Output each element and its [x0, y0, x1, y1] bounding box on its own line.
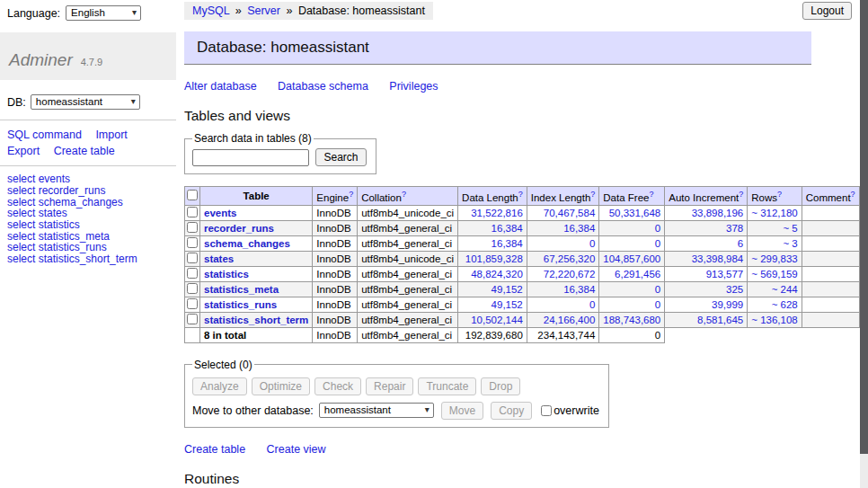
auto-increment-link[interactable]: 39,999 [712, 299, 743, 310]
data-length-link[interactable]: 101,859,328 [465, 253, 523, 264]
create-view-link[interactable]: Create view [267, 443, 326, 456]
optimize-button[interactable]: Optimize [252, 377, 310, 395]
scrollbar-thumb[interactable] [860, 0, 868, 454]
data-length-link[interactable]: 10,502,144 [471, 315, 523, 325]
row-checkbox[interactable] [187, 237, 198, 248]
import-link[interactable]: Import [95, 129, 127, 141]
rows-link[interactable]: ~ 628 [772, 299, 798, 310]
table-name-link[interactable]: schema_changes [204, 238, 290, 249]
move-label: Move to other database: [192, 404, 314, 417]
data-length-link[interactable]: 16,384 [492, 223, 523, 234]
breadcrumb-mysql-link[interactable]: MySQL [192, 4, 229, 17]
table-name-link[interactable]: statistics_runs [204, 299, 277, 310]
hint-link[interactable]: ? [739, 190, 743, 199]
row-checkbox[interactable] [187, 268, 198, 279]
row-checkbox[interactable] [187, 283, 198, 294]
database-schema-link[interactable]: Database schema [278, 80, 368, 93]
auto-increment-link[interactable]: 33,398,984 [692, 253, 744, 264]
data-free-link[interactable]: 0 [655, 238, 660, 249]
hint-link[interactable]: ? [590, 190, 595, 199]
page-title: Database: homeassistant [184, 31, 811, 65]
rows-link[interactable]: ~ 569,159 [751, 269, 797, 279]
table-name-link[interactable]: statistics_short_term [204, 315, 308, 325]
language-select[interactable]: English ▾ [66, 5, 141, 21]
search-input[interactable] [192, 149, 309, 166]
breadcrumb-server-link[interactable]: Server [247, 4, 280, 17]
sidebar-table-select-link[interactable]: select statistics_short_term [7, 253, 169, 265]
alter-database-link[interactable]: Alter database [184, 80, 257, 93]
copy-button[interactable]: Copy [491, 402, 532, 420]
auto-increment-link[interactable]: 378 [726, 223, 743, 234]
analyze-button[interactable]: Analyze [192, 377, 247, 395]
auto-increment-link[interactable]: 8,581,645 [697, 315, 743, 325]
table-name-link[interactable]: states [204, 253, 234, 264]
index-length-link[interactable]: 24,166,400 [544, 315, 596, 325]
row-checkbox[interactable] [187, 298, 198, 309]
data-length-link[interactable]: 48,824,320 [471, 269, 523, 279]
row-checkbox[interactable] [187, 314, 198, 324]
auto-increment-link[interactable]: 913,577 [706, 269, 744, 279]
rows-link[interactable]: ~ 312,180 [751, 208, 797, 218]
data-length-link[interactable]: 49,152 [492, 284, 523, 295]
drop-button[interactable]: Drop [481, 377, 520, 395]
table-name-link[interactable]: statistics [204, 269, 249, 279]
data-length-link[interactable]: 49,152 [492, 299, 523, 310]
hint-link[interactable]: ? [349, 190, 353, 199]
sidebar-table-select-link[interactable]: select statistics [7, 219, 169, 231]
rows-link[interactable]: ~ 3 [783, 238, 797, 249]
row-checkbox[interactable] [187, 253, 198, 263]
hint-link[interactable]: ? [518, 190, 523, 199]
export-link[interactable]: Export [7, 145, 40, 157]
data-free-link[interactable]: 0 [655, 223, 660, 234]
check-button[interactable]: Check [314, 377, 361, 395]
data-free-link[interactable]: 104,857,600 [603, 253, 660, 264]
truncate-button[interactable]: Truncate [418, 377, 476, 395]
hint-link[interactable]: ? [402, 190, 406, 199]
auto-increment-link[interactable]: 6 [738, 238, 743, 249]
hint-link[interactable]: ? [649, 190, 653, 199]
rows-link[interactable]: ~ 244 [772, 284, 798, 295]
sql-command-link[interactable]: SQL command [7, 129, 82, 141]
index-length-link[interactable]: 16,384 [563, 223, 595, 234]
row-checkbox[interactable] [187, 207, 198, 217]
index-length-link[interactable]: 0 [589, 299, 595, 310]
index-length-link[interactable]: 0 [589, 238, 595, 249]
index-length-link[interactable]: 67,256,320 [544, 253, 596, 264]
create-table-link[interactable]: Create table [54, 145, 115, 157]
index-length-link[interactable]: 16,384 [563, 284, 595, 295]
repair-button[interactable]: Repair [366, 377, 413, 395]
table-name-link[interactable]: recorder_runs [204, 223, 274, 234]
collation-cell: utf8mb4_unicode_ci [358, 251, 458, 266]
hint-link[interactable]: ? [777, 190, 782, 199]
data-length-link[interactable]: 16,384 [492, 238, 523, 249]
logout-button[interactable]: Logout [802, 2, 852, 20]
table-name-link[interactable]: events [204, 208, 236, 218]
index-length-link[interactable]: 70,467,584 [544, 208, 596, 218]
data-free-link[interactable]: 0 [655, 284, 660, 295]
move-button[interactable]: Move [441, 402, 483, 420]
select-all-checkbox[interactable] [187, 190, 198, 200]
rows-link[interactable]: ~ 5 [783, 223, 797, 234]
sidebar-table-select-link[interactable]: select recorder_runs [7, 185, 169, 197]
rows-link[interactable]: ~ 136,108 [751, 315, 797, 325]
table-name-link[interactable]: statistics_meta [204, 284, 279, 295]
auto-increment-link[interactable]: 33,898,196 [692, 208, 744, 218]
data-free-link[interactable]: 0 [655, 299, 660, 310]
data-free-link[interactable]: 6,291,456 [615, 269, 660, 279]
search-button[interactable]: Search [315, 148, 366, 166]
data-free-link[interactable]: 50,331,648 [609, 208, 661, 218]
index-length-link[interactable]: 72,220,672 [544, 269, 596, 279]
engine-cell: InnoDB [313, 251, 358, 266]
rows-link[interactable]: ~ 299,833 [751, 253, 797, 264]
data-free-link[interactable]: 188,743,680 [603, 315, 660, 325]
overwrite-checkbox[interactable] [541, 405, 552, 416]
auto-increment-link[interactable]: 325 [726, 284, 743, 295]
data-length-link[interactable]: 31,522,816 [471, 208, 523, 218]
privileges-link[interactable]: Privileges [389, 80, 438, 93]
vertical-scrollbar[interactable] [860, 0, 868, 488]
db-select[interactable]: homeassistant ▾ [31, 94, 140, 110]
move-database-select[interactable]: homeassistant ▾ [319, 403, 434, 418]
hint-link[interactable]: ? [851, 190, 855, 199]
row-checkbox[interactable] [187, 222, 198, 233]
create-table-link[interactable]: Create table [184, 443, 245, 456]
